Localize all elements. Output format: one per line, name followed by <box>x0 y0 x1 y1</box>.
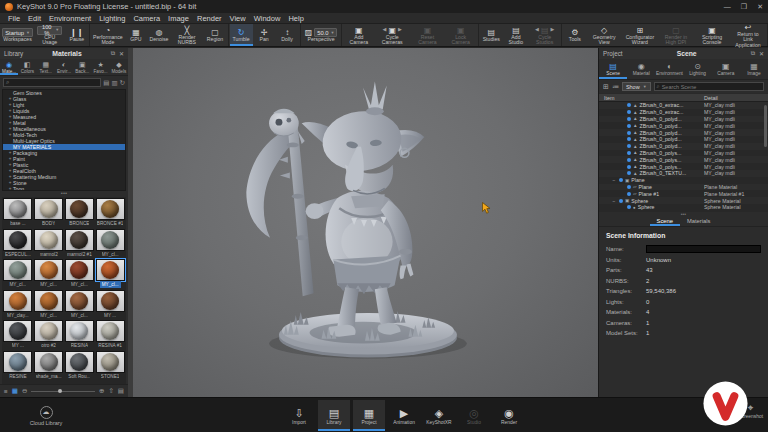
next-arrow-icon[interactable]: ▶ <box>398 27 402 32</box>
ribbon-library-button[interactable]: ▤Library <box>318 400 350 431</box>
tree-row[interactable]: ▲ZBrush_0_polyd...MY_clay mdli <box>599 129 768 136</box>
ribbon-import-button[interactable]: ⇩Import <box>283 400 315 431</box>
minimize-button[interactable]: — <box>724 3 731 11</box>
visibility-dot-icon[interactable] <box>627 131 631 135</box>
close-button[interactable]: ✕ <box>757 3 763 11</box>
tree-row[interactable]: ▲ZBrush_0_TEXTU...MY_clay mdli <box>599 170 768 177</box>
menu-camera[interactable]: Camera <box>129 14 164 23</box>
prev-arrow-icon[interactable]: ◀ <box>535 27 539 32</box>
material-thumb[interactable]: BODY <box>34 198 64 229</box>
collapse-icon[interactable]: − <box>611 198 617 204</box>
library-tab-favorites[interactable]: ★Favo... <box>91 59 109 75</box>
tree-row[interactable]: ▱PlanePlane Material <box>599 184 768 191</box>
material-thumb[interactable]: STONE1 <box>95 351 125 382</box>
tumble-button[interactable]: ↻Tumble <box>230 24 253 46</box>
collapse-icon[interactable]: − <box>611 177 617 183</box>
splitter-handle[interactable]: ••• <box>599 212 768 216</box>
material-thumb[interactable]: MY_cl... <box>65 290 95 321</box>
visibility-dot-icon[interactable] <box>627 124 631 128</box>
tools-button[interactable]: ⚙Tools <box>563 24 586 46</box>
visibility-dot-icon[interactable] <box>627 192 631 196</box>
dolly-button[interactable]: ↕Dolly <box>276 24 299 46</box>
ribbon-animation-button[interactable]: ▶Animation <box>388 400 420 431</box>
ribbon-render-button[interactable]: ◉Render <box>493 400 525 431</box>
cloud-library-button[interactable]: ☁ Cloud Library <box>14 401 78 430</box>
visibility-dot-icon[interactable] <box>627 117 631 121</box>
material-thumb[interactable]: MY ... <box>3 320 33 351</box>
material-thumb[interactable]: MY_cl... <box>3 259 33 290</box>
add-group-icon[interactable]: ⊞ <box>603 83 609 91</box>
visibility-dot-icon[interactable] <box>627 144 631 148</box>
visibility-dot-icon[interactable] <box>627 110 631 114</box>
ribbon-project-button[interactable]: ▦Project <box>353 400 385 431</box>
denoise-button[interactable]: ◍Denoise <box>147 24 170 46</box>
material-thumb[interactable]: otro #2 <box>34 320 64 351</box>
tree-row[interactable]: ▲ZBrush_0_polyd...MY_clay mdli <box>599 136 768 143</box>
visibility-dot-icon[interactable] <box>627 137 631 141</box>
material-thumb[interactable]: marmol2 #1 <box>65 229 95 260</box>
pause-button[interactable]: ❙❙Pause <box>65 24 88 46</box>
project-close-icon[interactable]: ✕ <box>759 50 764 57</box>
material-thumb[interactable]: BRONCE #1 <box>95 198 125 229</box>
add-studio-button[interactable]: ▤Add Studio <box>503 24 529 46</box>
tree-row[interactable]: ▲ZBrush_0_polys...MY_clay mdli <box>599 163 768 170</box>
material-thumb[interactable]: MY_cl... <box>34 290 64 321</box>
visibility-dot-icon[interactable] <box>627 171 631 175</box>
add-camera-button[interactable]: ▣Add Camera <box>343 24 374 46</box>
menu-lighting[interactable]: Lighting <box>95 14 129 23</box>
material-thumb[interactable]: Soft Rou... <box>65 351 95 382</box>
material-thumb[interactable]: MY_clay... <box>3 290 33 321</box>
library-float-icon[interactable]: ⧉ <box>111 50 115 57</box>
scene-tree-scrollbar[interactable] <box>764 105 767 147</box>
library-close-icon[interactable]: ✕ <box>119 50 124 57</box>
material-thumb[interactable]: ESPECUL... <box>3 229 33 260</box>
menu-image[interactable]: Image <box>164 14 193 23</box>
scene-search-input[interactable]: ⌕ Search Scene <box>654 82 764 91</box>
project-tab-lighting[interactable]: ⊙Lighting <box>684 59 712 79</box>
prev-arrow-icon[interactable]: ◀ <box>383 27 387 32</box>
visibility-dot-icon[interactable] <box>627 158 631 162</box>
menu-render[interactable]: Render <box>193 14 226 23</box>
tree-row[interactable]: ▲ZBrush_0_polys...MY_clay mdli <box>599 150 768 157</box>
material-thumb[interactable]: MY_cl... <box>65 259 95 290</box>
material-thumb[interactable]: RESINE <box>3 351 33 382</box>
slider-knob[interactable] <box>58 389 62 393</box>
column-item[interactable]: Item <box>599 95 704 101</box>
menu-edit[interactable]: Edit <box>24 14 45 23</box>
tree-row[interactable]: −▣SphereSphere Material <box>599 197 768 204</box>
material-thumb[interactable]: MY ... <box>95 290 125 321</box>
tree-row[interactable]: ▲ZBrush_0_polyd...MY_clay mdli <box>599 122 768 129</box>
visibility-dot-icon[interactable] <box>627 185 631 189</box>
menu-environment[interactable]: Environment <box>45 14 95 23</box>
performance-mode-button[interactable]: ◔Performance Mode <box>91 24 124 46</box>
visibility-dot-icon[interactable] <box>627 151 631 155</box>
zoom-out-icon[interactable]: ⊖ <box>22 387 27 395</box>
material-thumb[interactable]: MY_cl... <box>95 259 125 290</box>
material-thumb[interactable]: shade_ma... <box>34 351 64 382</box>
refresh-icon[interactable]: ↻ <box>120 79 125 87</box>
render-nurbs-button[interactable]: ╳Render NURBS <box>170 24 203 46</box>
workspaces-button[interactable]: Startup▼Workspaces <box>1 24 34 46</box>
library-tab-colors[interactable]: ◧Colors <box>18 59 36 75</box>
library-tab-backplates[interactable]: ▣Back... <box>73 59 91 75</box>
material-thumb[interactable]: MY_cl... <box>34 259 64 290</box>
gpu-button[interactable]: ▦GPU <box>124 24 147 46</box>
folder-tree-icon[interactable]: ▥ <box>111 79 117 87</box>
material-thumb[interactable]: RESINA #1 <box>95 320 125 351</box>
library-tab-textures[interactable]: ▦Text... <box>37 59 55 75</box>
tree-row[interactable]: ▱Plane #1Plane Material #1 <box>599 190 768 197</box>
project-float-icon[interactable]: ⧉ <box>751 50 755 57</box>
material-thumb[interactable]: RESINA <box>65 320 95 351</box>
tree-options-icon[interactable]: ≔ <box>612 83 619 91</box>
add-folder-icon[interactable]: ▤ <box>118 387 124 395</box>
material-thumb[interactable]: MY_cl... <box>95 229 125 260</box>
tree-row[interactable]: ▲ZBrush_0_polyd...MY_clay mdli <box>599 116 768 123</box>
material-thumb[interactable]: base ... <box>3 198 33 229</box>
material-thumb[interactable]: BRONCE <box>65 198 95 229</box>
menu-file[interactable]: File <box>4 14 24 23</box>
scripting-console-button[interactable]: ▣Scripting Console <box>694 24 730 46</box>
next-arrow-icon[interactable]: ▶ <box>550 27 554 32</box>
tree-row[interactable]: ●SphereSphere Material <box>599 204 768 211</box>
region-button[interactable]: ▢Region <box>204 24 227 46</box>
return-link-button[interactable]: ↩Return to Link Application <box>730 24 766 46</box>
